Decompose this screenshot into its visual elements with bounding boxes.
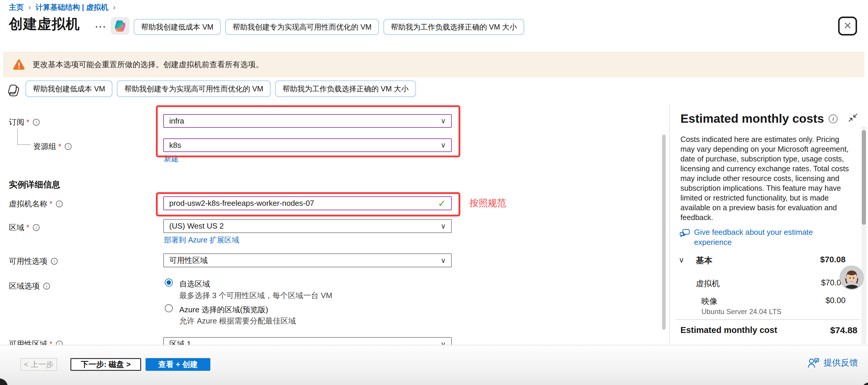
copilot-suggestions-mid: 帮助我创建低成本 VM 帮助我创建专为实现高可用性而优化的 VM 帮助我为工作负… (26, 81, 416, 97)
cost-panel-title: Estimated monthly costs i (680, 112, 838, 126)
cost-group-name: 基本 (696, 255, 712, 266)
copilot-outline-icon (7, 84, 20, 98)
warning-icon (13, 59, 25, 70)
total-cost-amount: $74.88 (830, 325, 857, 335)
feedback-bubbles-icon (679, 227, 690, 239)
warning-text: 更改基本选项可能会重置所做的选择。创建虚拟机前查看所有选项。 (33, 59, 263, 70)
panel-divider (669, 103, 670, 344)
availability-options-dropdown[interactable]: 可用性区域 ∨ (163, 253, 452, 267)
cost-item-image-name: 映像 (702, 296, 717, 307)
chevron-down-icon: ∨ (440, 256, 446, 265)
close-button[interactable]: × (838, 17, 857, 35)
cost-item-image-sub: Ubuntu Server 24.04 LTS (702, 308, 781, 316)
group-collapse-chevron-icon[interactable]: ∨ (679, 255, 684, 265)
cost-panel-description: Costs indicated here are estimates only.… (680, 134, 850, 222)
copilot-icon[interactable] (111, 17, 130, 35)
breadcrumb: 主页 › 计算基础结构 | 虚拟机 › (9, 2, 120, 12)
azure-create-vm-page: { "breadcrumb": { "items": [ {"label": "… (0, 0, 868, 385)
main-scrollbar[interactable] (662, 134, 665, 330)
close-icon: × (844, 19, 851, 32)
info-icon[interactable]: i (51, 258, 58, 265)
previous-step-button[interactable]: < 上一步 (21, 358, 57, 371)
copilot-suggestions-top: 帮助我创建低成本 VM 帮助我创建专为实现高可用性而优化的 VM 帮助我为工作负… (134, 19, 524, 35)
info-icon[interactable]: i (33, 119, 40, 126)
person-feedback-icon (808, 357, 819, 368)
radio-self-select-zones-label[interactable]: 自选区域 (179, 279, 210, 289)
radio-azure-selected-region-label[interactable]: Azure 选择的区域(预览版) (179, 304, 268, 315)
resource-group-dropdown[interactable]: k8s ∨ (163, 138, 452, 152)
give-feedback-link[interactable]: 提供反馈 (808, 357, 858, 369)
availability-options-label: 可用性选项 i (9, 256, 58, 266)
info-icon[interactable]: i (829, 115, 838, 123)
next-disks-button[interactable]: 下一步: 磁盘 > (70, 358, 141, 371)
warning-banner: 更改基本选项可能会重置所做的选择。创建虚拟机前查看所有选项。 (3, 52, 864, 77)
create-new-link[interactable]: 新建 (164, 154, 179, 163)
cost-item-image-amount: $0.00 (826, 296, 845, 305)
region-dropdown[interactable]: (US) West US 2 ∨ (163, 219, 452, 233)
radio-self-select-zones-desc: 最多选择 3 个可用性区域，每个区域一台 VM (179, 290, 332, 301)
subscription-dropdown[interactable]: infra ∨ (163, 114, 452, 128)
region-label: 区域* i (9, 222, 40, 233)
suggestion-low-cost-vm-button[interactable]: 帮助我创建低成本 VM (134, 19, 221, 35)
breadcrumb-separator-icon: › (113, 3, 115, 11)
chevron-down-icon: ∨ (440, 117, 446, 125)
assistant-avatar[interactable] (840, 265, 864, 290)
zone-options-label: 区域选项 i (9, 281, 50, 291)
annotation-vm-name-note: 按照规范 (469, 197, 506, 210)
page-title: 创建虚拟机 (9, 15, 80, 33)
info-icon[interactable]: i (43, 283, 50, 289)
suggestion-right-size-button[interactable]: 帮助我为工作负载选择正确的 VM 大小 (383, 19, 524, 35)
info-icon[interactable]: i (56, 200, 63, 207)
vm-name-input[interactable]: prod-usw2-k8s-freeleaps-worker-nodes-07 … (163, 196, 452, 210)
info-icon[interactable]: i (33, 224, 40, 231)
deploy-extended-zone-link[interactable]: 部署到 Azure 扩展区域 (164, 235, 239, 245)
footer-bar: < 上一步 下一步: 磁盘 > 查看 + 创建 提供反馈 (0, 345, 868, 385)
vm-name-label: 虚拟机名称* i (9, 199, 63, 209)
resource-group-label: 资源组* i (33, 141, 71, 152)
breadcrumb-home[interactable]: 主页 (9, 2, 24, 12)
review-create-button[interactable]: 查看 + 创建 (146, 358, 210, 371)
cost-separator (675, 319, 860, 320)
cost-item-vm-name: 虚拟机 (696, 278, 720, 289)
radio-self-select-zones[interactable] (165, 279, 173, 287)
chevron-down-icon: ∨ (440, 222, 446, 230)
breadcrumb-separator-icon: › (28, 3, 31, 11)
more-options-icon[interactable]: ··· (95, 22, 107, 32)
suggestion-right-size-button[interactable]: 帮助我为工作负载选择正确的 VM 大小 (275, 81, 416, 97)
panel-scrollbar-thumb[interactable] (862, 130, 866, 225)
suggestion-high-availability-button[interactable]: 帮助我创建专为实现高可用性而优化的 VM (225, 19, 379, 35)
valid-check-icon: ✓ (438, 198, 446, 209)
suggestion-high-availability-button[interactable]: 帮助我创建专为实现高可用性而优化的 VM (117, 81, 270, 97)
subscription-label: 订阅* i (9, 117, 40, 127)
estimate-feedback-link[interactable]: Give feedback about your estimate experi… (679, 227, 836, 247)
chevron-down-icon: ∨ (440, 141, 446, 149)
tree-line-vertical (17, 129, 18, 145)
info-icon[interactable]: i (65, 143, 71, 150)
tree-line-horizontal (17, 144, 31, 145)
cost-group-amount: $70.08 (820, 255, 845, 264)
radio-azure-selected-region[interactable] (165, 304, 173, 312)
total-cost-label: Estimated monthly cost (680, 325, 777, 335)
breadcrumb-compute-vm[interactable]: 计算基础结构 | 虚拟机 (35, 2, 108, 12)
instance-details-heading: 实例详细信息 (9, 179, 60, 191)
radio-azure-selected-region-desc: 允许 Azure 根据需要分配最佳区域 (179, 316, 296, 326)
suggestion-low-cost-vm-button[interactable]: 帮助我创建低成本 VM (26, 81, 113, 97)
collapse-panel-icon[interactable] (848, 113, 858, 124)
